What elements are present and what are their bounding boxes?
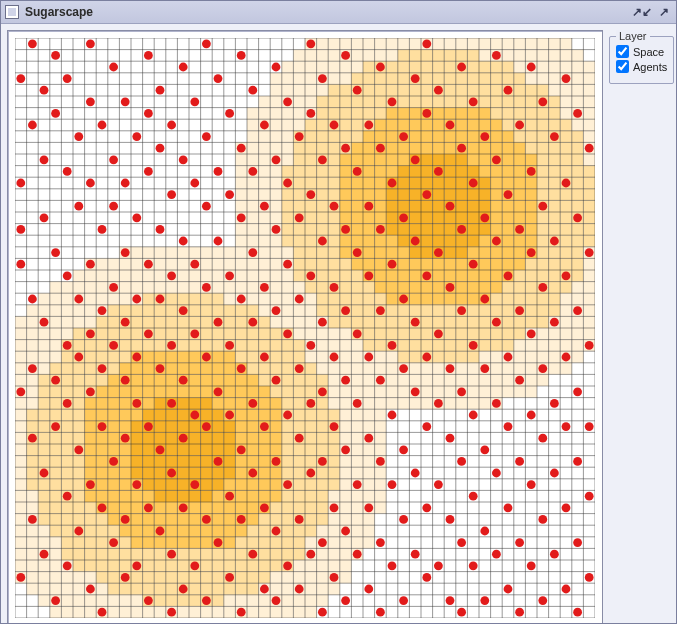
svg-point-1879 — [98, 503, 107, 512]
layer-space-row[interactable]: Space — [616, 45, 667, 58]
svg-rect-628 — [235, 270, 247, 282]
svg-rect-1084 — [409, 374, 421, 386]
svg-rect-1285 — [85, 444, 97, 456]
svg-rect-553 — [398, 247, 410, 259]
svg-rect-58 — [398, 61, 410, 73]
svg-rect-563 — [514, 247, 526, 259]
svg-rect-173 — [398, 108, 410, 120]
svg-rect-789 — [433, 305, 445, 317]
svg-rect-1594 — [15, 560, 27, 572]
svg-rect-1136 — [479, 386, 491, 398]
svg-rect-1048 — [549, 363, 561, 375]
svg-rect-1310 — [375, 444, 387, 456]
svg-point-1898 — [132, 295, 141, 304]
svg-rect-480 — [386, 224, 398, 236]
svg-rect-456 — [467, 212, 479, 224]
layer-space-checkbox[interactable] — [616, 45, 629, 58]
svg-rect-453 — [433, 212, 445, 224]
svg-rect-256 — [305, 142, 317, 154]
svg-point-2011 — [306, 341, 315, 350]
svg-rect-968 — [189, 351, 201, 363]
svg-rect-617 — [108, 270, 120, 282]
svg-rect-1551 — [224, 537, 236, 549]
svg-rect-1235 — [247, 421, 259, 433]
svg-rect-1075 — [305, 374, 317, 386]
svg-point-2151 — [527, 480, 536, 489]
svg-rect-473 — [305, 224, 317, 236]
svg-rect-21 — [549, 38, 561, 50]
svg-rect-367 — [514, 177, 526, 189]
layer-agents-checkbox[interactable] — [616, 60, 629, 73]
svg-rect-1090 — [479, 374, 491, 386]
svg-rect-194 — [293, 119, 305, 131]
svg-rect-753 — [583, 293, 595, 305]
svg-rect-912 — [119, 340, 131, 352]
svg-point-1996 — [283, 329, 292, 338]
svg-rect-640 — [375, 270, 387, 282]
svg-point-1893 — [121, 434, 130, 443]
svg-point-2120 — [480, 295, 489, 304]
svg-rect-507 — [340, 235, 352, 247]
svg-point-1944 — [202, 283, 211, 292]
svg-rect-1673 — [270, 583, 282, 595]
svg-rect-180 — [479, 108, 491, 120]
svg-rect-1600 — [85, 560, 97, 572]
svg-rect-54 — [351, 61, 363, 73]
svg-rect-1546 — [166, 537, 178, 549]
svg-rect-1667 — [201, 583, 213, 595]
svg-point-2092 — [434, 329, 443, 338]
svg-rect-994 — [491, 351, 503, 363]
svg-point-2017 — [318, 237, 327, 246]
svg-rect-630 — [259, 270, 271, 282]
layer-agents-row[interactable]: Agents — [616, 60, 667, 73]
simulation-canvas-pane[interactable] — [7, 30, 603, 623]
svg-rect-896 — [514, 328, 526, 340]
svg-point-1909 — [144, 503, 153, 512]
svg-rect-1006 — [61, 363, 73, 375]
svg-rect-1426 — [235, 490, 247, 502]
svg-rect-247 — [560, 131, 572, 143]
svg-rect-1288 — [119, 444, 131, 456]
svg-rect-103 — [270, 84, 282, 96]
svg-point-1839 — [28, 434, 37, 443]
svg-rect-295 — [398, 154, 410, 166]
svg-point-2079 — [411, 469, 420, 478]
maximize-icon[interactable]: ↗ — [656, 5, 672, 19]
svg-rect-558 — [456, 247, 468, 259]
svg-rect-1302 — [282, 444, 294, 456]
svg-rect-990 — [444, 351, 456, 363]
svg-point-1939 — [190, 480, 199, 489]
svg-point-2158 — [538, 515, 547, 524]
titlebar[interactable]: Sugarscape ↗↙ ↗ — [1, 1, 676, 24]
svg-rect-174 — [409, 108, 421, 120]
svg-rect-485 — [444, 224, 456, 236]
svg-rect-17 — [502, 38, 514, 50]
svg-rect-914 — [143, 340, 155, 352]
svg-point-2136 — [504, 422, 513, 431]
svg-rect-1468 — [351, 502, 363, 514]
svg-rect-1570 — [85, 548, 97, 560]
svg-rect-1148 — [96, 398, 108, 410]
svg-rect-8 — [398, 38, 410, 50]
svg-point-2022 — [318, 608, 327, 617]
svg-rect-1557 — [293, 537, 305, 549]
svg-rect-32 — [398, 50, 410, 62]
svg-point-2174 — [573, 213, 582, 222]
svg-rect-1465 — [317, 502, 329, 514]
svg-rect-954 — [27, 351, 39, 363]
svg-rect-274 — [514, 142, 526, 154]
svg-rect-1456 — [212, 502, 224, 514]
svg-rect-913 — [131, 340, 143, 352]
svg-rect-244 — [525, 131, 537, 143]
svg-rect-1073 — [282, 374, 294, 386]
svg-point-2031 — [341, 144, 350, 153]
svg-point-1865 — [74, 527, 83, 536]
svg-point-1832 — [16, 260, 25, 269]
restore-icon[interactable]: ↗↙ — [634, 5, 650, 19]
svg-rect-780 — [328, 305, 340, 317]
svg-rect-311 — [583, 154, 595, 166]
svg-rect-400 — [537, 189, 549, 201]
svg-point-2045 — [364, 121, 373, 130]
svg-rect-1347 — [61, 467, 73, 479]
svg-point-2115 — [469, 411, 478, 420]
